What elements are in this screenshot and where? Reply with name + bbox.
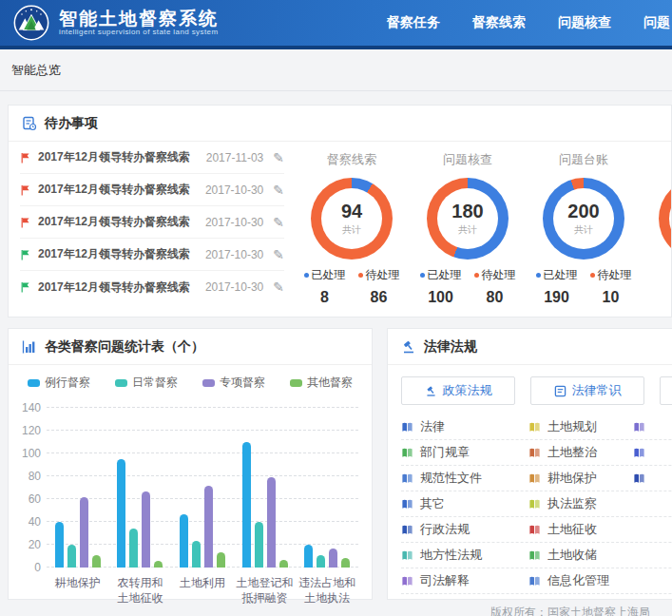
nav-item-issue-verification[interactable]: 问题核查	[558, 14, 611, 31]
bar	[92, 555, 101, 568]
donut-block-issue-ledger: 问题台账 200 共计 已处理 190 待处理 10	[526, 151, 642, 317]
bar-group	[47, 497, 109, 568]
todo-row[interactable]: 2017年12月领导转办督察线索 2017-10-30 ✎	[20, 239, 284, 271]
edit-pencil-icon[interactable]: ✎	[273, 279, 284, 295]
law-item[interactable]: 执法监察	[528, 495, 633, 512]
law-item[interactable]: 部门规章	[401, 444, 528, 461]
legend-item-daily[interactable]: 日常督察	[115, 375, 178, 391]
bar-group	[109, 459, 172, 568]
bar-group	[171, 486, 234, 568]
book-icon	[633, 472, 645, 485]
todo-row[interactable]: 2017年12月领导转办督察线索 2017-10-30 ✎	[20, 271, 284, 303]
book-icon	[401, 498, 413, 510]
law-item[interactable]: 其它	[401, 495, 528, 512]
todo-row[interactable]: 2017年12月领导转办督察线索 2017-11-03 ✎	[20, 142, 284, 174]
book-icon	[528, 421, 541, 433]
edit-pencil-icon[interactable]: ✎	[273, 247, 284, 262]
stat-pending: 待处理 80	[474, 267, 516, 306]
law-item[interactable]	[633, 447, 672, 459]
y-axis-tick: 120	[16, 424, 41, 437]
law-item[interactable]: 土地收储	[528, 547, 633, 564]
bar	[267, 477, 276, 568]
donut-title: 问题台账	[526, 151, 642, 168]
breadcrumb-bar: 智能总览	[0, 49, 672, 91]
donut-total-label: 共计	[342, 223, 361, 237]
law-item[interactable]: 土地整治	[528, 444, 633, 461]
book-icon	[554, 385, 566, 397]
legal-knowledge-button[interactable]: 法律常识	[530, 376, 644, 405]
legend-marker	[202, 379, 215, 387]
edit-pencil-icon[interactable]: ✎	[273, 150, 284, 165]
policy-regulations-button[interactable]: 政策法规	[401, 376, 515, 405]
todo-item-title: 2017年12月领导转办督察线索	[38, 279, 200, 296]
law-item-label: 其它	[420, 495, 445, 512]
category-label: 土地登记和 抵押融资	[234, 575, 297, 606]
bar-chart-panel: 各类督察问题统计表（个） 例行督察 日常督察 专项督察 其他督察 0204060…	[8, 328, 373, 600]
donut-center: 200 共计	[543, 178, 624, 260]
law-item-label: 法律	[420, 418, 445, 435]
edit-pencil-icon[interactable]: ✎	[273, 215, 284, 230]
legend-dot	[304, 273, 309, 278]
bar-chart-title: 各类督察问题统计表（个）	[45, 338, 204, 356]
law-item[interactable]: 土地规划	[528, 418, 633, 435]
legend-item-other[interactable]: 其他督察	[290, 375, 353, 391]
bar	[304, 545, 313, 568]
todo-item-title: 2017年12月领导转办督察线索	[38, 214, 200, 230]
law-row: 司法解释信息化管理	[401, 568, 672, 594]
law-buttons: 政策法规 法律常识	[388, 365, 672, 414]
stat-label: 已处理	[312, 267, 346, 283]
bar-group	[234, 442, 297, 568]
bar	[279, 560, 288, 568]
todo-body: 2017年12月领导转办督察线索 2017-11-03 ✎ 2017年12月领导…	[9, 142, 671, 317]
todo-item-title: 2017年12月领导转办督察线索	[38, 149, 201, 165]
bar	[129, 529, 138, 568]
legend-item-routine[interactable]: 例行督察	[28, 375, 90, 391]
law-item[interactable]: 法律	[401, 418, 528, 435]
edit-pencil-icon[interactable]: ✎	[273, 183, 284, 198]
nav-item-supervision-tasks[interactable]: 督察任务	[387, 14, 440, 31]
bar	[180, 514, 188, 568]
y-axis-tick: 80	[16, 470, 41, 483]
y-axis-tick: 0	[16, 561, 41, 574]
todo-list-icon	[22, 116, 37, 131]
todo-row[interactable]: 2017年12月领导转办督察线索 2017-10-30 ✎	[20, 174, 284, 206]
donut-charts-area: 督察线索 94 共计 已处理 8 待处理 86	[294, 142, 671, 317]
nav-item-issue-cutoff[interactable]: 问题	[643, 14, 670, 31]
bar	[154, 561, 163, 568]
bar	[80, 497, 88, 568]
law-item[interactable]: 耕地保护	[528, 470, 633, 487]
todo-item-date: 2017-11-03	[206, 151, 264, 164]
law-item-label: 地方性法规	[420, 547, 482, 564]
y-axis-tick: 100	[16, 447, 41, 460]
law-item[interactable]: 司法解释	[401, 572, 528, 589]
nav-item-supervision-clues[interactable]: 督察线索	[472, 14, 526, 31]
law-item-label: 耕地保护	[547, 470, 597, 487]
y-axis-tick: 40	[16, 515, 41, 529]
stat-label: 待处理	[598, 267, 632, 283]
stat-processed: 已处理 100	[420, 267, 462, 306]
law-item-label: 土地收储	[547, 547, 597, 564]
bar	[192, 541, 201, 568]
law-item[interactable]: 土地征收	[528, 521, 633, 538]
legend-item-special[interactable]: 专项督察	[202, 375, 265, 391]
law-item[interactable]: 行政法规	[401, 521, 528, 538]
law-row: 行政法规土地征收	[401, 517, 672, 543]
category-label: 违法占地和 土地执法	[296, 575, 358, 606]
law-item[interactable]	[633, 421, 672, 433]
law-item[interactable]: 规范性文件	[401, 470, 528, 487]
law-item[interactable]: 信息化管理	[528, 572, 633, 589]
law-row: 部门规章土地整治	[401, 440, 672, 466]
legend-label: 例行督察	[45, 375, 90, 391]
bar-plot: 020406080100120140	[47, 408, 358, 568]
donut-block-supervision-clues: 督察线索 94 共计 已处理 8 待处理 86	[294, 151, 410, 317]
donut-ring: 180 共计	[427, 178, 509, 260]
stat-pending: 待处理 10	[590, 267, 632, 306]
bar	[341, 558, 350, 568]
todo-panel-title: 待办事项	[45, 115, 98, 132]
law-item[interactable]	[633, 472, 672, 485]
law-button-clipped[interactable]	[660, 376, 672, 405]
todo-row[interactable]: 2017年12月领导转办督察线索 2017-10-30 ✎	[20, 206, 284, 239]
law-item[interactable]: 地方性法规	[401, 547, 528, 564]
brand-text: 智能土地督察系统 intelligent supervision of stat…	[59, 10, 219, 37]
stat-label: 待处理	[366, 267, 400, 283]
